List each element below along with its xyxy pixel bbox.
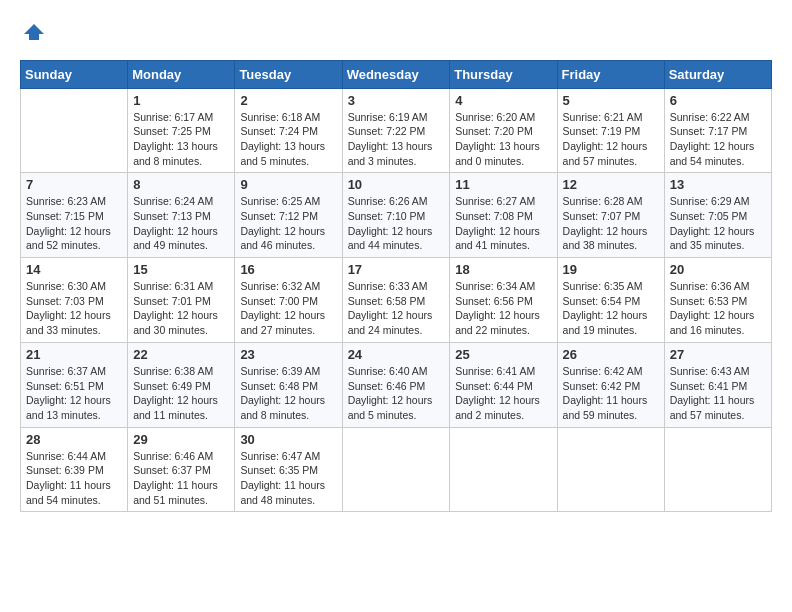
weekday-header: Saturday	[664, 60, 771, 88]
day-number: 25	[455, 347, 551, 362]
day-number: 10	[348, 177, 445, 192]
day-info: Sunrise: 6:28 AMSunset: 7:07 PMDaylight:…	[563, 194, 659, 253]
day-info: Sunrise: 6:26 AMSunset: 7:10 PMDaylight:…	[348, 194, 445, 253]
calendar-day-cell: 20Sunrise: 6:36 AMSunset: 6:53 PMDayligh…	[664, 258, 771, 343]
calendar-day-cell: 17Sunrise: 6:33 AMSunset: 6:58 PMDayligh…	[342, 258, 450, 343]
day-info: Sunrise: 6:44 AMSunset: 6:39 PMDaylight:…	[26, 449, 122, 508]
calendar-day-cell: 5Sunrise: 6:21 AMSunset: 7:19 PMDaylight…	[557, 88, 664, 173]
calendar-week-row: 14Sunrise: 6:30 AMSunset: 7:03 PMDayligh…	[21, 258, 772, 343]
day-info: Sunrise: 6:17 AMSunset: 7:25 PMDaylight:…	[133, 110, 229, 169]
day-info: Sunrise: 6:21 AMSunset: 7:19 PMDaylight:…	[563, 110, 659, 169]
day-number: 13	[670, 177, 766, 192]
day-info: Sunrise: 6:20 AMSunset: 7:20 PMDaylight:…	[455, 110, 551, 169]
day-number: 8	[133, 177, 229, 192]
calendar-week-row: 28Sunrise: 6:44 AMSunset: 6:39 PMDayligh…	[21, 427, 772, 512]
calendar-day-cell: 14Sunrise: 6:30 AMSunset: 7:03 PMDayligh…	[21, 258, 128, 343]
day-info: Sunrise: 6:47 AMSunset: 6:35 PMDaylight:…	[240, 449, 336, 508]
day-info: Sunrise: 6:42 AMSunset: 6:42 PMDaylight:…	[563, 364, 659, 423]
day-number: 16	[240, 262, 336, 277]
weekday-header: Tuesday	[235, 60, 342, 88]
calendar-week-row: 1Sunrise: 6:17 AMSunset: 7:25 PMDaylight…	[21, 88, 772, 173]
day-number: 17	[348, 262, 445, 277]
day-number: 23	[240, 347, 336, 362]
day-info: Sunrise: 6:37 AMSunset: 6:51 PMDaylight:…	[26, 364, 122, 423]
calendar-day-cell: 8Sunrise: 6:24 AMSunset: 7:13 PMDaylight…	[128, 173, 235, 258]
calendar-day-cell: 18Sunrise: 6:34 AMSunset: 6:56 PMDayligh…	[450, 258, 557, 343]
weekday-header: Thursday	[450, 60, 557, 88]
calendar-week-row: 21Sunrise: 6:37 AMSunset: 6:51 PMDayligh…	[21, 342, 772, 427]
calendar-day-cell: 24Sunrise: 6:40 AMSunset: 6:46 PMDayligh…	[342, 342, 450, 427]
calendar-day-cell: 4Sunrise: 6:20 AMSunset: 7:20 PMDaylight…	[450, 88, 557, 173]
day-number: 14	[26, 262, 122, 277]
calendar-day-cell: 7Sunrise: 6:23 AMSunset: 7:15 PMDaylight…	[21, 173, 128, 258]
page-header	[20, 20, 772, 50]
calendar-day-cell: 21Sunrise: 6:37 AMSunset: 6:51 PMDayligh…	[21, 342, 128, 427]
day-number: 6	[670, 93, 766, 108]
calendar-day-cell: 2Sunrise: 6:18 AMSunset: 7:24 PMDaylight…	[235, 88, 342, 173]
day-info: Sunrise: 6:31 AMSunset: 7:01 PMDaylight:…	[133, 279, 229, 338]
calendar-day-cell: 28Sunrise: 6:44 AMSunset: 6:39 PMDayligh…	[21, 427, 128, 512]
calendar-day-cell: 12Sunrise: 6:28 AMSunset: 7:07 PMDayligh…	[557, 173, 664, 258]
day-info: Sunrise: 6:39 AMSunset: 6:48 PMDaylight:…	[240, 364, 336, 423]
calendar-day-cell: 22Sunrise: 6:38 AMSunset: 6:49 PMDayligh…	[128, 342, 235, 427]
calendar-day-cell: 29Sunrise: 6:46 AMSunset: 6:37 PMDayligh…	[128, 427, 235, 512]
calendar-day-cell: 1Sunrise: 6:17 AMSunset: 7:25 PMDaylight…	[128, 88, 235, 173]
calendar-day-cell: 11Sunrise: 6:27 AMSunset: 7:08 PMDayligh…	[450, 173, 557, 258]
calendar-day-cell	[557, 427, 664, 512]
logo-icon	[22, 20, 46, 44]
day-number: 3	[348, 93, 445, 108]
calendar-day-cell: 9Sunrise: 6:25 AMSunset: 7:12 PMDaylight…	[235, 173, 342, 258]
calendar-day-cell: 23Sunrise: 6:39 AMSunset: 6:48 PMDayligh…	[235, 342, 342, 427]
calendar-header-row: SundayMondayTuesdayWednesdayThursdayFrid…	[21, 60, 772, 88]
day-info: Sunrise: 6:24 AMSunset: 7:13 PMDaylight:…	[133, 194, 229, 253]
day-info: Sunrise: 6:38 AMSunset: 6:49 PMDaylight:…	[133, 364, 229, 423]
calendar-day-cell: 19Sunrise: 6:35 AMSunset: 6:54 PMDayligh…	[557, 258, 664, 343]
calendar-day-cell: 16Sunrise: 6:32 AMSunset: 7:00 PMDayligh…	[235, 258, 342, 343]
day-info: Sunrise: 6:18 AMSunset: 7:24 PMDaylight:…	[240, 110, 336, 169]
calendar-day-cell: 15Sunrise: 6:31 AMSunset: 7:01 PMDayligh…	[128, 258, 235, 343]
day-info: Sunrise: 6:27 AMSunset: 7:08 PMDaylight:…	[455, 194, 551, 253]
calendar-day-cell: 26Sunrise: 6:42 AMSunset: 6:42 PMDayligh…	[557, 342, 664, 427]
day-info: Sunrise: 6:23 AMSunset: 7:15 PMDaylight:…	[26, 194, 122, 253]
calendar-week-row: 7Sunrise: 6:23 AMSunset: 7:15 PMDaylight…	[21, 173, 772, 258]
day-info: Sunrise: 6:25 AMSunset: 7:12 PMDaylight:…	[240, 194, 336, 253]
day-number: 21	[26, 347, 122, 362]
day-number: 15	[133, 262, 229, 277]
day-number: 24	[348, 347, 445, 362]
day-number: 22	[133, 347, 229, 362]
day-number: 30	[240, 432, 336, 447]
calendar-day-cell: 30Sunrise: 6:47 AMSunset: 6:35 PMDayligh…	[235, 427, 342, 512]
calendar-day-cell: 13Sunrise: 6:29 AMSunset: 7:05 PMDayligh…	[664, 173, 771, 258]
day-info: Sunrise: 6:40 AMSunset: 6:46 PMDaylight:…	[348, 364, 445, 423]
day-number: 27	[670, 347, 766, 362]
calendar-day-cell: 10Sunrise: 6:26 AMSunset: 7:10 PMDayligh…	[342, 173, 450, 258]
day-number: 12	[563, 177, 659, 192]
day-info: Sunrise: 6:30 AMSunset: 7:03 PMDaylight:…	[26, 279, 122, 338]
day-number: 29	[133, 432, 229, 447]
day-info: Sunrise: 6:22 AMSunset: 7:17 PMDaylight:…	[670, 110, 766, 169]
weekday-header: Friday	[557, 60, 664, 88]
day-number: 1	[133, 93, 229, 108]
day-number: 11	[455, 177, 551, 192]
logo	[20, 20, 46, 50]
weekday-header: Monday	[128, 60, 235, 88]
calendar-day-cell	[450, 427, 557, 512]
day-number: 19	[563, 262, 659, 277]
day-number: 7	[26, 177, 122, 192]
svg-marker-0	[24, 24, 44, 40]
day-info: Sunrise: 6:36 AMSunset: 6:53 PMDaylight:…	[670, 279, 766, 338]
calendar-day-cell	[664, 427, 771, 512]
day-info: Sunrise: 6:33 AMSunset: 6:58 PMDaylight:…	[348, 279, 445, 338]
calendar-day-cell	[21, 88, 128, 173]
day-info: Sunrise: 6:34 AMSunset: 6:56 PMDaylight:…	[455, 279, 551, 338]
day-number: 4	[455, 93, 551, 108]
day-number: 28	[26, 432, 122, 447]
day-info: Sunrise: 6:46 AMSunset: 6:37 PMDaylight:…	[133, 449, 229, 508]
calendar-day-cell: 6Sunrise: 6:22 AMSunset: 7:17 PMDaylight…	[664, 88, 771, 173]
calendar-day-cell: 25Sunrise: 6:41 AMSunset: 6:44 PMDayligh…	[450, 342, 557, 427]
calendar-body: 1Sunrise: 6:17 AMSunset: 7:25 PMDaylight…	[21, 88, 772, 512]
calendar-day-cell	[342, 427, 450, 512]
day-info: Sunrise: 6:29 AMSunset: 7:05 PMDaylight:…	[670, 194, 766, 253]
day-number: 2	[240, 93, 336, 108]
day-number: 26	[563, 347, 659, 362]
